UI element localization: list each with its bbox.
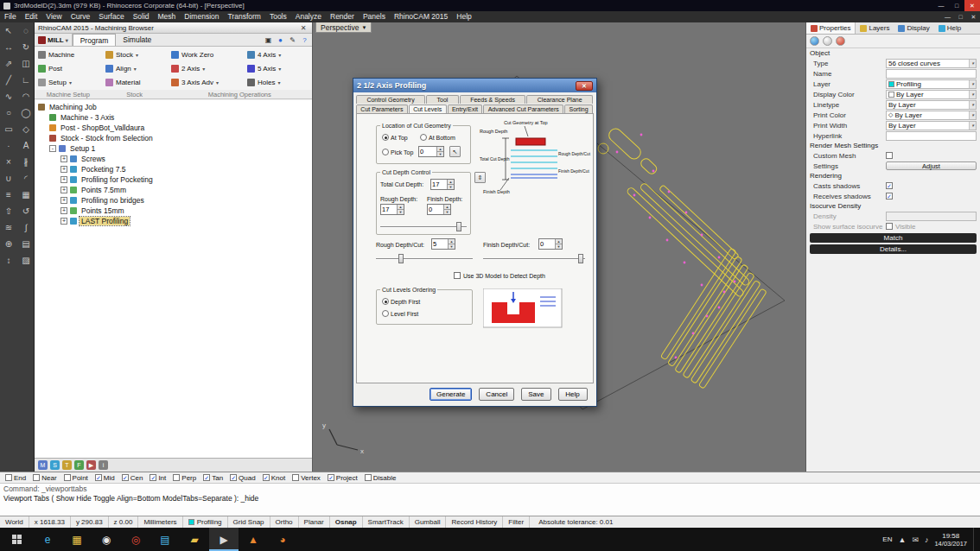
rough-depth-slider[interactable] bbox=[380, 222, 467, 231]
tray-expand-icon[interactable]: ▲ bbox=[898, 535, 906, 544]
tree-expander[interactable]: + bbox=[60, 197, 67, 204]
checkbox[interactable] bbox=[64, 474, 71, 481]
linetype-dropdown[interactable]: By Layer▾ bbox=[886, 100, 977, 110]
total-depth-input[interactable] bbox=[431, 180, 447, 189]
folder-icon[interactable]: ▰ bbox=[180, 528, 209, 551]
tree-item[interactable]: + Screws bbox=[35, 154, 312, 164]
print-color-dropdown[interactable]: ◇By Layer▾ bbox=[886, 111, 977, 120]
osnap-toggle[interactable]: Point bbox=[64, 474, 88, 482]
tree-expander[interactable]: - bbox=[49, 145, 56, 152]
details-button[interactable]: Details... bbox=[810, 244, 977, 254]
point-tool-icon[interactable]: ∙ bbox=[0, 137, 17, 154]
custom-mesh-checkbox[interactable] bbox=[886, 152, 893, 159]
ribbon-button[interactable]: Machine bbox=[36, 51, 104, 59]
simulate-icon[interactable]: ▶ bbox=[86, 460, 96, 470]
checkbox[interactable]: ✓ bbox=[230, 474, 237, 481]
ribbon-button[interactable]: 2 Axis ▾ bbox=[169, 65, 245, 73]
at-top-radio[interactable]: At Top bbox=[382, 134, 408, 141]
opera-icon[interactable]: ◎ bbox=[121, 528, 150, 551]
generate-button[interactable]: Generate bbox=[430, 388, 472, 401]
osnap-toggle[interactable]: ✓ Quad bbox=[230, 474, 256, 482]
tree-expander[interactable]: + bbox=[60, 218, 67, 225]
menu-item[interactable]: Surface bbox=[94, 11, 128, 22]
menu-item[interactable]: Solid bbox=[129, 11, 154, 22]
depth-first-radio[interactable]: Depth First bbox=[382, 298, 420, 305]
osnap-toggle[interactable]: ✓ Tan bbox=[203, 474, 223, 482]
hyperlink-input[interactable] bbox=[888, 132, 976, 140]
status-toggle[interactable]: Record History bbox=[446, 516, 503, 528]
tree-item[interactable]: Post - ShopBot_Valldaura bbox=[35, 123, 312, 133]
edge-icon[interactable]: e bbox=[33, 528, 62, 551]
visible-checkbox[interactable] bbox=[886, 223, 893, 230]
dialog-tab[interactable]: Cut Parameters bbox=[356, 104, 408, 113]
tree-item[interactable]: + Profiling no bridges bbox=[35, 195, 312, 206]
material-properties-icon[interactable] bbox=[823, 36, 832, 46]
command-area[interactable]: Command: _viewporttabs Viewport Tabs ( S… bbox=[0, 483, 980, 516]
checkbox[interactable] bbox=[365, 474, 372, 481]
menu-item[interactable]: Mesh bbox=[154, 11, 181, 22]
pick-top-radio[interactable]: Pick Top bbox=[382, 149, 413, 155]
status-toggle[interactable]: Gumball bbox=[410, 516, 447, 528]
boolean-tool-icon[interactable]: ⊕ bbox=[0, 236, 17, 252]
tree-expander[interactable]: + bbox=[60, 155, 67, 162]
tree-item[interactable]: Stock - Stock from Selection bbox=[35, 133, 312, 143]
finish-depth-cut-input[interactable] bbox=[539, 239, 555, 249]
hatch-tool-icon[interactable]: ▨ bbox=[17, 252, 35, 269]
show-desktop-button[interactable] bbox=[973, 528, 977, 551]
machine-visibility-icon[interactable]: M bbox=[38, 460, 48, 470]
firefox-icon[interactable]: ◕ bbox=[268, 528, 297, 551]
receives-shadows-checkbox[interactable]: ✓ bbox=[886, 193, 893, 200]
ribbon-button[interactable]: Holes ▾ bbox=[245, 79, 315, 86]
current-layer[interactable]: Profiling bbox=[183, 516, 228, 528]
file-explorer-icon[interactable]: ▦ bbox=[62, 528, 92, 551]
revolve-tool-icon[interactable]: ↺ bbox=[17, 203, 35, 219]
split-tool-icon[interactable]: ∦ bbox=[17, 154, 35, 170]
join-tool-icon[interactable]: ∪ bbox=[0, 170, 17, 187]
spinner[interactable]: ▲▼ bbox=[436, 147, 443, 156]
cplane-indicator[interactable]: World bbox=[0, 516, 29, 528]
cancel-button[interactable]: Cancel bbox=[479, 388, 514, 401]
media-player-icon[interactable]: ▶ bbox=[209, 528, 239, 551]
volume-icon[interactable]: ♪ bbox=[925, 535, 929, 544]
menu-item[interactable]: RhinoCAM 2015 bbox=[390, 11, 452, 22]
spinner[interactable]: ▲▼ bbox=[555, 239, 562, 249]
tree-item[interactable]: Machine - 3 Axis bbox=[35, 112, 312, 123]
osnap-toggle[interactable]: ✓ Cen bbox=[122, 474, 143, 482]
status-toggle[interactable]: Planar bbox=[299, 516, 330, 528]
slider-thumb[interactable] bbox=[578, 254, 583, 263]
panel-tab[interactable]: Layers bbox=[856, 22, 894, 34]
tree-item[interactable]: + Points 7.5mm bbox=[35, 185, 312, 195]
ribbon-button[interactable]: Work Zero bbox=[169, 51, 245, 59]
adjust-button[interactable]: Adjust bbox=[886, 162, 977, 170]
tree-item[interactable]: Machining Job bbox=[35, 102, 312, 112]
preferences-icon[interactable]: ✎ bbox=[288, 35, 297, 45]
tree-item[interactable]: - Setup 1 bbox=[35, 143, 312, 154]
polygon-tool-icon[interactable]: ◇ bbox=[17, 121, 35, 137]
dialog-tab[interactable]: Clearance Plane bbox=[526, 95, 593, 104]
ribbon-button[interactable]: Setup ▾ bbox=[36, 79, 104, 86]
rough-depth-cut-input[interactable] bbox=[432, 239, 448, 249]
line-tool-icon[interactable]: ╱ bbox=[0, 72, 17, 88]
menu-item[interactable]: Panels bbox=[359, 11, 390, 22]
child-close-button[interactable]: ✕ bbox=[967, 11, 980, 22]
osnap-toggle[interactable]: ✓ Mid bbox=[95, 474, 115, 482]
language-indicator[interactable]: EN bbox=[882, 535, 892, 543]
at-bottom-radio[interactable]: At Bottom bbox=[420, 134, 455, 141]
maximize-button[interactable]: □ bbox=[949, 0, 964, 11]
rough-depth-input[interactable] bbox=[381, 205, 397, 214]
store-icon[interactable]: ▤ bbox=[150, 528, 180, 551]
osnap-toggle[interactable]: Perp bbox=[173, 474, 196, 482]
status-toggle[interactable]: Ortho bbox=[270, 516, 299, 528]
tree-expander[interactable]: + bbox=[60, 166, 67, 173]
print-width-dropdown[interactable]: By Layer▾ bbox=[886, 121, 977, 130]
help-icon[interactable]: ? bbox=[300, 35, 309, 45]
ribbon-button[interactable]: Stock ▾ bbox=[104, 51, 169, 59]
ribbon-button[interactable]: Align ▾ bbox=[104, 65, 169, 73]
scale-tool-icon[interactable]: ⇗ bbox=[0, 55, 17, 72]
ribbon-button[interactable]: Post bbox=[36, 65, 104, 73]
viewport-title-tab[interactable]: Perspective ▼ bbox=[315, 22, 372, 33]
panel-tab[interactable]: Properties bbox=[806, 22, 856, 34]
tree-expander[interactable]: + bbox=[60, 187, 67, 193]
casts-shadows-checkbox[interactable]: ✓ bbox=[886, 182, 893, 189]
world-icon[interactable]: ● bbox=[276, 35, 285, 45]
